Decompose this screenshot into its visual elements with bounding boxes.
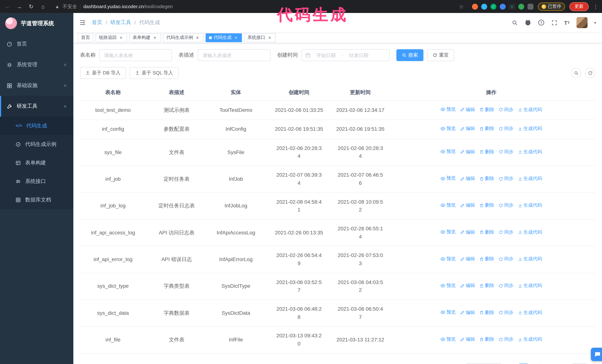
action-generate[interactable]: 生成代码: [518, 175, 542, 182]
extensions-puzzle-icon[interactable]: [527, 3, 533, 10]
import-sql-button[interactable]: 基于 SQL 导入: [130, 67, 179, 79]
toggle-search-button[interactable]: [571, 68, 581, 78]
close-icon[interactable]: ×: [152, 35, 157, 40]
table-name-input[interactable]: [99, 49, 172, 61]
action-preview[interactable]: 预览: [441, 175, 456, 182]
action-delete[interactable]: 删除: [479, 336, 494, 343]
action-sync[interactable]: 同步: [499, 175, 514, 182]
action-generate[interactable]: 生成代码: [518, 256, 542, 263]
start-date-input[interactable]: [313, 52, 339, 58]
action-preview[interactable]: 预览: [441, 309, 456, 316]
action-preview[interactable]: 预览: [441, 148, 456, 155]
browser-reload-icon[interactable]: ↻: [27, 3, 35, 10]
refresh-table-button[interactable]: [585, 68, 595, 78]
tab-tracing[interactable]: 链路追踪×: [96, 33, 127, 42]
browser-back-icon[interactable]: ←: [4, 3, 11, 10]
tab-codegen[interactable]: 代码生成×: [206, 33, 242, 42]
reset-button[interactable]: 重置: [427, 49, 454, 61]
action-delete[interactable]: 删除: [479, 148, 494, 156]
action-edit[interactable]: 编辑: [460, 336, 475, 343]
action-generate[interactable]: 生成代码: [518, 229, 542, 236]
user-avatar[interactable]: [576, 17, 588, 28]
extension-icon-4[interactable]: [500, 3, 506, 10]
paused-badge[interactable]: 已暂停: [538, 2, 565, 10]
address-bar[interactable]: ▲︎ 不安全 dashboard.yudao.iocoder.cn/tool/c…: [51, 1, 468, 12]
close-icon[interactable]: ×: [267, 35, 272, 40]
tab-home[interactable]: 首页: [78, 33, 93, 42]
browser-forward-icon[interactable]: →: [16, 3, 23, 10]
action-delete[interactable]: 删除: [479, 309, 494, 316]
action-delete[interactable]: 删除: [479, 256, 494, 263]
sidebar-item-codegen-example[interactable]: 代码生成示例: [0, 135, 73, 154]
action-preview[interactable]: 预览: [441, 255, 456, 262]
close-icon[interactable]: ×: [233, 35, 239, 40]
avatar-caret-icon[interactable]: ▾: [594, 21, 596, 25]
action-delete[interactable]: 删除: [479, 106, 494, 113]
bookmark-star-icon[interactable]: ☆: [459, 3, 464, 10]
sidebar-item-system[interactable]: 系统管理 ˅: [0, 54, 73, 75]
browser-update-button[interactable]: 更新: [570, 2, 589, 11]
action-generate[interactable]: 生成代码: [518, 148, 542, 156]
action-preview[interactable]: 预览: [441, 336, 456, 343]
action-sync[interactable]: 同步: [499, 282, 514, 290]
action-delete[interactable]: 删除: [479, 125, 494, 133]
import-db-button[interactable]: 基于 DB 导入: [80, 67, 126, 79]
action-generate[interactable]: 生成代码: [518, 106, 542, 113]
action-generate[interactable]: 生成代码: [518, 336, 542, 343]
action-generate[interactable]: 生成代码: [518, 125, 542, 133]
sidebar-item-form-builder[interactable]: 表单构建: [0, 154, 73, 172]
action-sync[interactable]: 同步: [499, 309, 514, 316]
action-delete[interactable]: 删除: [479, 282, 494, 290]
sidebar-item-db-docs[interactable]: 数据库文档: [0, 191, 73, 209]
action-generate[interactable]: 生成代码: [518, 309, 542, 316]
action-sync[interactable]: 同步: [499, 336, 514, 343]
font-size-icon[interactable]: TT: [564, 20, 570, 26]
sidebar-item-system-api[interactable]: 系统接口: [0, 172, 73, 191]
action-delete[interactable]: 删除: [479, 202, 494, 209]
page-size-select[interactable]: 10条/页 ▾: [466, 363, 502, 364]
breadcrumb-dev-tools[interactable]: 研发工具: [110, 19, 131, 26]
action-preview[interactable]: 预览: [441, 106, 456, 113]
hamburger-icon[interactable]: [79, 19, 86, 26]
action-edit[interactable]: 编辑: [460, 229, 475, 236]
search-button[interactable]: 搜索: [396, 49, 423, 61]
github-icon[interactable]: [524, 19, 531, 26]
close-icon[interactable]: ×: [118, 35, 124, 40]
action-edit[interactable]: 编辑: [460, 125, 475, 133]
app-logo[interactable]: 芋道管理系统: [0, 13, 73, 34]
search-icon[interactable]: [511, 20, 518, 26]
action-sync[interactable]: 同步: [499, 202, 514, 209]
extension-icon-5[interactable]: ●: [509, 3, 515, 10]
action-sync[interactable]: 同步: [499, 125, 514, 133]
extension-icon-3[interactable]: ✓: [491, 3, 496, 10]
action-preview[interactable]: 预览: [441, 202, 456, 209]
sidebar-item-home[interactable]: 首页: [0, 34, 73, 54]
browser-menu-icon[interactable]: ⋮: [593, 3, 598, 10]
action-edit[interactable]: 编辑: [460, 175, 475, 182]
extension-icon-2[interactable]: [481, 3, 487, 10]
action-delete[interactable]: 删除: [479, 175, 494, 182]
action-sync[interactable]: 同步: [499, 229, 514, 236]
close-icon[interactable]: ×: [195, 35, 200, 40]
extension-icon-1[interactable]: [472, 3, 478, 10]
fullscreen-icon[interactable]: [551, 20, 557, 26]
sidebar-item-codegen[interactable]: </> 代码生成: [0, 117, 73, 135]
breadcrumb-home[interactable]: 首页: [92, 19, 102, 26]
action-edit[interactable]: 编辑: [460, 148, 475, 156]
action-edit[interactable]: 编辑: [460, 202, 475, 209]
action-generate[interactable]: 生成代码: [518, 202, 542, 209]
action-sync[interactable]: 同步: [499, 148, 514, 156]
extension-icon-6[interactable]: [518, 3, 524, 10]
action-preview[interactable]: 预览: [441, 125, 456, 132]
action-sync[interactable]: 同步: [499, 106, 514, 113]
action-preview[interactable]: 预览: [441, 229, 456, 236]
end-date-input[interactable]: [345, 52, 372, 58]
date-range-picker[interactable]: -: [301, 49, 390, 61]
goto-page-input[interactable]: [572, 363, 587, 364]
action-edit[interactable]: 编辑: [460, 256, 475, 263]
action-sync[interactable]: 同步: [499, 256, 514, 263]
action-delete[interactable]: 删除: [479, 229, 494, 236]
action-edit[interactable]: 编辑: [460, 309, 475, 316]
tab-codegen-example[interactable]: 代码生成示例×: [163, 33, 203, 42]
action-edit[interactable]: 编辑: [460, 106, 475, 113]
